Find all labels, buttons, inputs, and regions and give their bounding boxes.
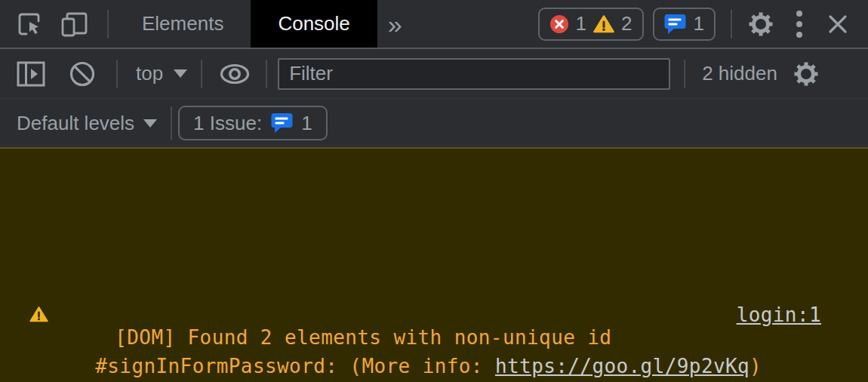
kebab-menu-icon[interactable] [796, 9, 803, 39]
issues-badge[interactable]: 1 [653, 8, 716, 41]
chevron-down-icon [143, 119, 157, 128]
issue-label: 1 Issue: [193, 112, 262, 135]
source-location-link[interactable]: login:1 [737, 303, 821, 326]
context-selector[interactable]: top [118, 62, 187, 85]
separator [731, 10, 732, 39]
more-tabs-icon[interactable]: » [388, 11, 402, 37]
error-warning-badge[interactable]: 1 2 [538, 8, 644, 41]
warning-icon [29, 306, 48, 322]
console-settings-gear-icon[interactable] [793, 60, 820, 88]
issues-message-icon [664, 14, 687, 35]
tab-elements[interactable]: Elements [115, 0, 251, 48]
separator [171, 106, 172, 140]
separator [201, 60, 202, 88]
input-element-1-line-1[interactable]: <input id="signInFormPassword" name="pas… [72, 361, 847, 382]
warning-icon [593, 14, 614, 33]
clear-console-icon[interactable] [68, 60, 97, 88]
tab-console[interactable]: Console [251, 0, 377, 48]
live-expression-eye-icon[interactable] [219, 63, 251, 85]
issues-counter-button[interactable]: 1 Issue: 1 [178, 106, 328, 140]
error-count: 1 [576, 12, 586, 35]
device-toolbar-icon[interactable] [60, 11, 89, 38]
console-toolbar: top 2 hidden [0, 49, 868, 99]
warning-count: 2 [621, 12, 632, 35]
hidden-count-label: 2 hidden [702, 62, 777, 85]
log-levels-label: Default levels [17, 112, 134, 135]
console-sidebar-toggle-icon[interactable] [17, 61, 45, 87]
issue-count: 1 [301, 112, 312, 135]
settings-gear-icon[interactable] [747, 11, 774, 38]
tab-console-label: Console [278, 12, 349, 35]
filter-input[interactable] [278, 58, 670, 90]
tab-elements-label: Elements [142, 12, 223, 35]
separator [107, 10, 109, 39]
issues-count: 1 [694, 12, 704, 35]
console-messages-area[interactable]: [DOM] Found 2 elements with non-unique i… [0, 147, 868, 382]
chevron-down-icon [174, 69, 187, 78]
close-icon[interactable] [827, 14, 848, 35]
context-selector-label: top [136, 62, 163, 85]
separator [266, 60, 267, 88]
inspect-element-icon[interactable] [17, 11, 42, 37]
error-icon [549, 14, 569, 34]
devtools-tab-bar: Elements Console » 1 2 1 [0, 0, 868, 49]
log-levels-dropdown[interactable]: Default levels [0, 112, 157, 135]
issues-message-icon [271, 112, 294, 134]
separator [684, 60, 685, 88]
console-levels-bar: Default levels 1 Issue: 1 [0, 99, 868, 147]
